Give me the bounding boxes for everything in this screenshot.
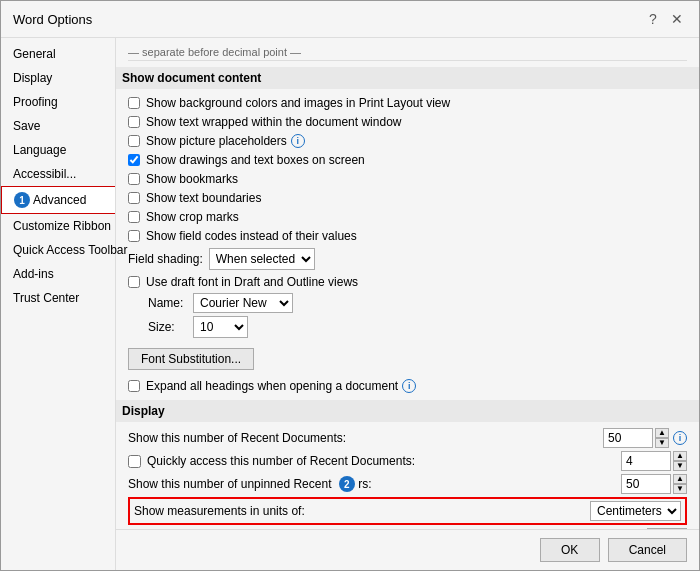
check-pic-placeholders: Show picture placeholders i	[128, 133, 687, 149]
word-options-dialog: Word Options ? ✕ General Display Proofin…	[0, 0, 700, 571]
sidebar: General Display Proofing Save Language A…	[1, 38, 116, 570]
unpinned-label: Show this number of unpinned Recent 2 rs…	[128, 476, 621, 492]
sidebar-item-display[interactable]: Display	[1, 66, 115, 90]
dialog-footer: OK Cancel	[116, 529, 699, 570]
name-label: Name:	[148, 296, 193, 310]
pic-placeholders-label[interactable]: Show picture placeholders	[146, 134, 287, 148]
sidebar-item-accessibility[interactable]: Accessibil...	[1, 162, 115, 186]
recent-docs-up[interactable]: ▲	[655, 428, 669, 438]
expand-headings-label[interactable]: Expand all headings when opening a docum…	[146, 379, 398, 393]
font-substitution-button[interactable]: Font Substitution...	[128, 348, 254, 370]
bookmarks-label[interactable]: Show bookmarks	[146, 172, 238, 186]
check-drawings: Show drawings and text boxes on screen	[128, 152, 687, 168]
dialog-title: Word Options	[13, 12, 92, 27]
quick-access-spin: ▲ ▼	[673, 451, 687, 471]
check-text-wrapped: Show text wrapped within the document wi…	[128, 114, 687, 130]
sidebar-item-add-ins[interactable]: Add-ins	[1, 262, 115, 286]
badge-2: 2	[339, 476, 355, 492]
pic-placeholders-checkbox[interactable]	[128, 135, 140, 147]
draft-font-label[interactable]: Use draft font in Draft and Outline view…	[146, 275, 358, 289]
text-wrapped-label[interactable]: Show text wrapped within the document wi…	[146, 115, 401, 129]
drawings-label[interactable]: Show drawings and text boxes on screen	[146, 153, 365, 167]
check-text-boundaries: Show text boundaries	[128, 190, 687, 206]
content-scroll[interactable]: — separate before decimal point — Show d…	[116, 38, 699, 529]
expand-headings-checkbox[interactable]	[128, 380, 140, 392]
quick-access-label[interactable]: Quickly access this number of Recent Doc…	[147, 454, 621, 468]
cancel-button[interactable]: Cancel	[608, 538, 687, 562]
size-label: Size:	[148, 320, 193, 334]
badge-1: 1	[14, 192, 30, 208]
drawings-checkbox[interactable]	[128, 154, 140, 166]
recent-docs-spin: ▲ ▼	[655, 428, 669, 448]
font-name-select[interactable]: Courier New	[193, 293, 293, 313]
sidebar-item-advanced[interactable]: 1Advanced	[1, 186, 115, 214]
unpinned-row: Show this number of unpinned Recent 2 rs…	[128, 474, 687, 494]
ok-button[interactable]: OK	[540, 538, 600, 562]
expand-headings-info-icon[interactable]: i	[402, 379, 416, 393]
recent-docs-label: Show this number of Recent Documents:	[128, 431, 603, 445]
font-size-select[interactable]: 10	[193, 316, 248, 338]
sidebar-item-quick-access[interactable]: Quick Access Toolbar	[1, 238, 115, 262]
close-button[interactable]: ✕	[667, 9, 687, 29]
field-shading-label: Field shading:	[128, 252, 203, 266]
quick-access-checkbox[interactable]	[128, 455, 141, 468]
crop-marks-checkbox[interactable]	[128, 211, 140, 223]
measurements-select[interactable]: Inches Centimeters Millimeters Points Pi…	[590, 501, 681, 521]
sidebar-item-general[interactable]: General	[1, 42, 115, 66]
recent-docs-down[interactable]: ▼	[655, 438, 669, 448]
quick-access-down[interactable]: ▼	[673, 461, 687, 471]
bookmarks-checkbox[interactable]	[128, 173, 140, 185]
unpinned-up[interactable]: ▲	[673, 474, 687, 484]
help-button[interactable]: ?	[643, 9, 663, 29]
check-expand-headings: Expand all headings when opening a docum…	[128, 378, 687, 394]
draft-font-checkbox[interactable]	[128, 276, 140, 288]
text-wrapped-checkbox[interactable]	[128, 116, 140, 128]
unpinned-down[interactable]: ▼	[673, 484, 687, 494]
sidebar-item-customize-ribbon[interactable]: Customize Ribbon	[1, 214, 115, 238]
recent-docs-input[interactable]	[603, 428, 653, 448]
measurements-label: Show measurements in units of:	[134, 504, 590, 518]
field-shading-row: Field shading: Always When selected Neve…	[128, 248, 687, 270]
recent-docs-info-icon[interactable]: i	[673, 431, 687, 445]
sidebar-item-proofing[interactable]: Proofing	[1, 90, 115, 114]
quick-access-up[interactable]: ▲	[673, 451, 687, 461]
section-display-header: Display	[116, 400, 699, 422]
recent-docs-row: Show this number of Recent Documents: ▲ …	[128, 428, 687, 448]
check-draft-font: Use draft font in Draft and Outline view…	[128, 274, 687, 290]
text-boundaries-checkbox[interactable]	[128, 192, 140, 204]
sidebar-item-trust-center[interactable]: Trust Center	[1, 286, 115, 310]
title-buttons: ? ✕	[643, 9, 687, 29]
title-bar: Word Options ? ✕	[1, 1, 699, 38]
sidebar-item-save[interactable]: Save	[1, 114, 115, 138]
unpinned-spin: ▲ ▼	[673, 474, 687, 494]
pic-placeholders-info-icon[interactable]: i	[291, 134, 305, 148]
text-boundaries-label[interactable]: Show text boundaries	[146, 191, 261, 205]
check-bookmarks: Show bookmarks	[128, 171, 687, 187]
sidebar-item-language[interactable]: Language	[1, 138, 115, 162]
crop-marks-label[interactable]: Show crop marks	[146, 210, 239, 224]
check-field-codes: Show field codes instead of their values	[128, 228, 687, 244]
quick-access-input[interactable]	[621, 451, 671, 471]
check-bg-colors: Show background colors and images in Pri…	[128, 95, 687, 111]
field-shading-select[interactable]: Always When selected Never	[209, 248, 315, 270]
bg-colors-checkbox[interactable]	[128, 97, 140, 109]
font-name-row: Name: Courier New	[148, 293, 687, 313]
check-crop-marks: Show crop marks	[128, 209, 687, 225]
unpinned-input[interactable]	[621, 474, 671, 494]
quick-access-row: Quickly access this number of Recent Doc…	[128, 451, 687, 471]
section-show-document-header: Show document content	[116, 67, 699, 89]
field-codes-label[interactable]: Show field codes instead of their values	[146, 229, 357, 243]
dialog-body: General Display Proofing Save Language A…	[1, 38, 699, 570]
measurements-row: Show measurements in units of: Inches Ce…	[128, 497, 687, 525]
field-codes-checkbox[interactable]	[128, 230, 140, 242]
font-size-row: Size: 10	[148, 316, 687, 338]
top-section: — separate before decimal point —	[128, 46, 687, 61]
bg-colors-label[interactable]: Show background colors and images in Pri…	[146, 96, 450, 110]
main-wrapper: — separate before decimal point — Show d…	[116, 38, 699, 570]
